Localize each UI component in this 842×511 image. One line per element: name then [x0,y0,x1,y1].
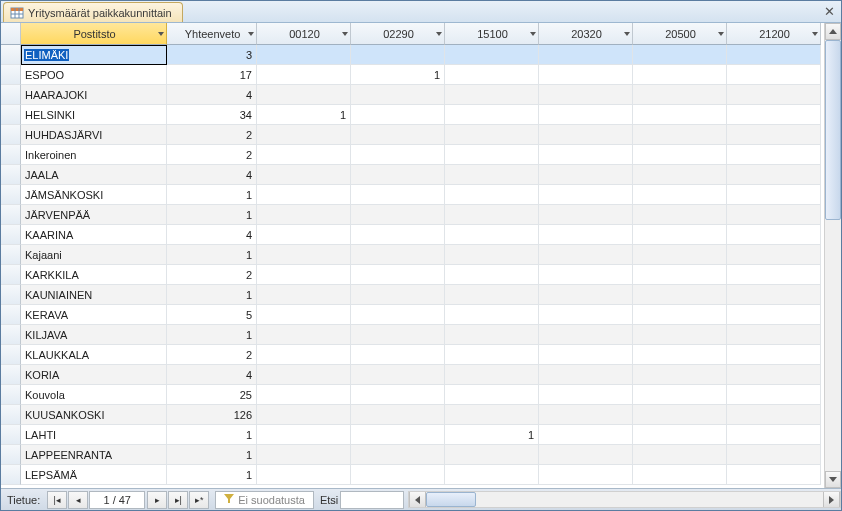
column-header-15100[interactable]: 15100 [445,23,539,45]
cell-value[interactable] [351,205,445,225]
cell-name[interactable]: HELSINKI [21,105,167,125]
cell-value[interactable] [445,285,539,305]
cell-value[interactable] [633,405,727,425]
cell-summary[interactable]: 5 [167,305,257,325]
cell-value[interactable] [539,165,633,185]
cell-summary[interactable]: 4 [167,165,257,185]
row-selector[interactable] [1,205,21,225]
cell-value[interactable] [445,185,539,205]
cell-value[interactable] [727,425,821,445]
row-selector[interactable] [1,65,21,85]
cell-value[interactable]: 1 [351,65,445,85]
row-selector[interactable] [1,405,21,425]
cell-value[interactable] [633,365,727,385]
horizontal-scrollbar[interactable] [408,491,841,508]
cell-value[interactable] [727,385,821,405]
cell-value[interactable] [445,125,539,145]
document-tab[interactable]: Yritysmäärät paikkakunnittain [3,2,183,22]
cell-value[interactable] [727,85,821,105]
cell-value[interactable] [351,245,445,265]
cell-summary[interactable]: 1 [167,425,257,445]
table-row[interactable]: KAUNIAINEN1 [1,285,824,305]
cell-value[interactable] [539,405,633,425]
cell-summary[interactable]: 1 [167,285,257,305]
cell-value[interactable] [351,105,445,125]
cell-summary[interactable]: 1 [167,465,257,485]
row-selector[interactable] [1,325,21,345]
cell-value[interactable] [445,65,539,85]
cell-summary[interactable]: 1 [167,445,257,465]
prev-record-button[interactable]: ◂ [68,491,88,509]
cell-value[interactable] [351,45,445,65]
cell-value[interactable] [445,445,539,465]
cell-name[interactable]: HAARAJOKI [21,85,167,105]
cell-summary[interactable]: 2 [167,265,257,285]
cell-value[interactable] [257,185,351,205]
cell-value[interactable] [351,165,445,185]
row-selector[interactable] [1,145,21,165]
cell-value[interactable] [539,125,633,145]
cell-summary[interactable]: 25 [167,385,257,405]
cell-value[interactable] [727,245,821,265]
table-row[interactable]: LAHTI11 [1,425,824,445]
cell-value[interactable] [727,305,821,325]
scroll-down-button[interactable] [825,471,841,488]
cell-value[interactable] [257,325,351,345]
cell-value[interactable] [351,145,445,165]
cell-value[interactable] [727,185,821,205]
cell-value[interactable] [351,465,445,485]
cell-value[interactable] [257,465,351,485]
row-selector[interactable] [1,185,21,205]
cell-summary[interactable]: 1 [167,185,257,205]
cell-name[interactable]: JÄRVENPÄÄ [21,205,167,225]
cell-value[interactable] [445,325,539,345]
cell-summary[interactable]: 1 [167,245,257,265]
cell-value[interactable] [727,445,821,465]
cell-value[interactable] [727,225,821,245]
cell-value[interactable] [539,325,633,345]
cell-value[interactable] [257,85,351,105]
cell-summary[interactable]: 2 [167,145,257,165]
cell-summary[interactable]: 2 [167,125,257,145]
column-header-yhteenveto[interactable]: Yhteenveto [167,23,257,45]
cell-value[interactable] [257,125,351,145]
row-selector[interactable] [1,225,21,245]
table-row[interactable]: JÄRVENPÄÄ1 [1,205,824,225]
cell-value[interactable] [633,165,727,185]
column-header-20500[interactable]: 20500 [633,23,727,45]
row-selector[interactable] [1,265,21,285]
cell-value[interactable] [539,425,633,445]
cell-value[interactable] [539,65,633,85]
cell-value[interactable] [633,65,727,85]
cell-summary[interactable]: 34 [167,105,257,125]
cell-value[interactable] [539,145,633,165]
row-selector[interactable] [1,125,21,145]
table-row[interactable]: KORIA4 [1,365,824,385]
cell-name[interactable]: KARKKILA [21,265,167,285]
cell-value[interactable] [445,265,539,285]
cell-value[interactable] [633,225,727,245]
cell-value[interactable] [727,325,821,345]
cell-summary[interactable]: 1 [167,325,257,345]
cell-value[interactable] [351,125,445,145]
table-row[interactable]: KILJAVA1 [1,325,824,345]
row-selector[interactable] [1,305,21,325]
vertical-scrollbar[interactable] [824,23,841,488]
scroll-right-button[interactable] [823,492,840,507]
cell-value[interactable] [633,465,727,485]
table-row[interactable]: HAARAJOKI4 [1,85,824,105]
row-selector[interactable] [1,365,21,385]
cell-value[interactable] [257,265,351,285]
cell-value[interactable]: 1 [445,425,539,445]
cell-value[interactable] [539,225,633,245]
cell-value[interactable] [727,45,821,65]
cell-value[interactable] [539,365,633,385]
cell-value[interactable] [633,245,727,265]
vscroll-track[interactable] [825,40,841,471]
cell-name[interactable]: KUUSANKOSKI [21,405,167,425]
vscroll-thumb[interactable] [825,40,841,220]
table-row[interactable]: ELIMÄKI3 [1,45,824,65]
cell-value[interactable] [539,105,633,125]
row-selector[interactable] [1,465,21,485]
cell-value[interactable] [727,345,821,365]
